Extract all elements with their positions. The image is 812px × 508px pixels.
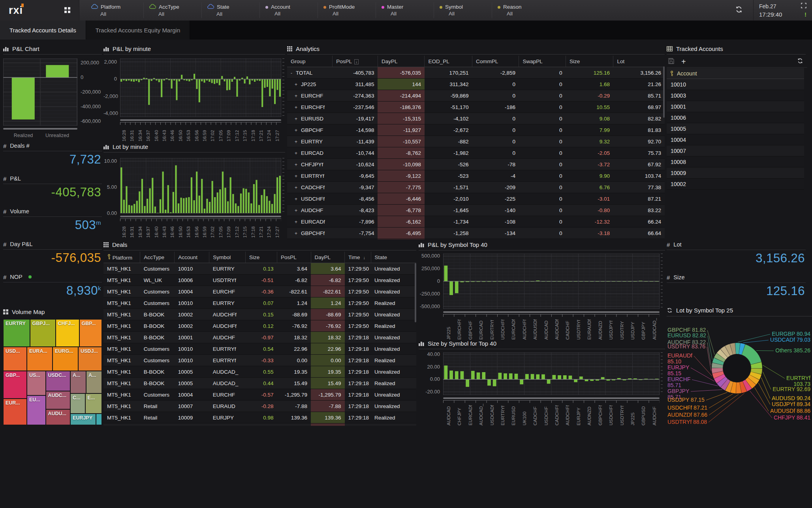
donut-segment-USDCHFf[interactable] [732, 387, 736, 388]
expander-icon[interactable]: + [295, 82, 297, 87]
deals-row[interactable]: MT5_HK1Customers10010EURTRYf-0.330.000.0… [103, 355, 416, 366]
analytics-row[interactable]: +AUDCHFf-7,213-6,430-1,033-11206.4563.35 [287, 239, 665, 240]
treemap-cell-GBP[interactable]: GBP... [79, 319, 102, 347]
deals-column-account[interactable]: Account [175, 252, 209, 263]
deals-row[interactable]: MT5_HK1Customers10010EURTRY0.133.643.641… [103, 263, 416, 275]
donut-segment-AUDNZDf[interactable] [736, 388, 741, 388]
chart-scrollbar[interactable] [120, 119, 281, 121]
donut-segment-AUDUSD[interactable] [754, 373, 756, 377]
account-column-header[interactable]: Account [667, 68, 804, 79]
expander-icon[interactable]: + [295, 185, 297, 190]
deals-row[interactable]: MT5_HK1B-BOOK10005AUDCAD_0.5519.3519.351… [103, 366, 416, 378]
treemap-cell-EURJPY[interactable]: EURJPY [70, 414, 96, 425]
treemap-cell-AUDU[interactable]: AUDU... [46, 409, 71, 425]
analytics-row[interactable]: +EURCADf-7,896-6,162-1,734-1080-12.3266.… [287, 216, 665, 228]
donut-segment-USDCADf[interactable] [740, 348, 743, 349]
deals-column-platform[interactable]: Platform [103, 252, 140, 263]
account-row[interactable]: 10010 [667, 79, 804, 90]
analytics-row[interactable]: +EURCHFf-237,546-186,376-51,170-186010.5… [287, 102, 665, 113]
expander-icon[interactable]: + [295, 139, 297, 145]
deals-row[interactable]: MT5_HK1WL_UK10006USDTRYf-0.51-6.82-6.821… [103, 275, 416, 286]
analytics-row[interactable]: +EURCAD-10,744-8,762-1,98200-2.0575.73 [287, 147, 665, 159]
analytics-row[interactable]: +EURTRY-11,439-10,557-882009.3292.70 [287, 136, 665, 147]
donut-segment-EURTRYf[interactable] [756, 363, 757, 369]
deals-column-pospl[interactable]: PosPL [277, 252, 311, 263]
treemap-cell-E[interactable]: E... [85, 393, 102, 414]
filter-master[interactable]: MasterAll [376, 2, 434, 18]
treemap-cell-A[interactable]: A... [86, 371, 102, 393]
donut-segment-other[interactable] [721, 353, 724, 356]
analytics-column-commpl[interactable]: CommPL [472, 56, 519, 67]
analytics-column-lot[interactable]: Lot [613, 56, 665, 67]
analytics-row[interactable]: +JP225311,485144311,342001.6821.26 [287, 79, 665, 90]
expander-icon[interactable]: + [295, 105, 297, 110]
deals-row[interactable]: MT5_HK1B-BOOK10005AUDCAD_0.4415.4915.491… [103, 378, 416, 389]
filter-profitmode[interactable]: ProfitModeAll [318, 2, 376, 18]
filter-account[interactable]: AccountAll [259, 2, 318, 18]
account-row[interactable]: 10003 [667, 90, 804, 101]
donut-segment-EURAUDf[interactable] [718, 373, 719, 376]
deals-row[interactable]: MT5_HK1Retail10007EURAUD-0.28-7.88-7.881… [103, 401, 416, 412]
treemap-cell-EURTRY[interactable]: EURTRY [3, 319, 30, 347]
donut-segment-USDJPY[interactable] [728, 386, 732, 387]
donut-segment-other[interactable] [724, 351, 727, 353]
account-row[interactable]: 10004 [667, 134, 804, 145]
account-row[interactable]: 10001 [667, 101, 804, 112]
analytics-column-daypl[interactable]: DayPL [378, 56, 425, 67]
deals-row[interactable]: MT5_HK1Customers10010EURTRY0.071.241.241… [103, 297, 416, 309]
fullscreen-icon[interactable] [801, 3, 806, 10]
deals-row[interactable]: MT5_HK1B-BOOK10001AUDCHF-0.9718.3218.321… [103, 332, 416, 343]
expander-icon[interactable]: + [295, 93, 297, 99]
deals-column-acctype[interactable]: AccType [140, 252, 175, 263]
treemap-cell-GBPJ[interactable]: GBPJ... [30, 319, 56, 347]
treemap-cell-AUDC[interactable]: AUDC... [46, 391, 71, 409]
analytics-row[interactable]: +EURTRYf-9,645-9,122-523-409.90103.74 [287, 170, 665, 182]
filter-reason[interactable]: ReasonAll [492, 2, 550, 18]
expander-icon[interactable]: + [295, 231, 297, 236]
expander-icon[interactable]: + [295, 219, 297, 225]
expander-icon[interactable]: + [295, 151, 297, 156]
donut-segment-other[interactable] [731, 348, 735, 349]
tab-tracked-accounts-equity-margin[interactable]: Tracked Accounts Equity Margin [86, 21, 190, 40]
filter-acctype[interactable]: AccTypeAll [143, 2, 201, 18]
deals-row[interactable]: MT5_HK1B-BOOK10002AUDCHFf0.12-76.92-76.9… [103, 320, 416, 332]
save-icon[interactable] [668, 58, 674, 66]
treemap-cell-USD[interactable]: USD... [3, 347, 27, 371]
treemap-cell-EURG[interactable]: EURG... [53, 347, 78, 371]
deals-column-size[interactable]: Size [246, 252, 277, 263]
account-row[interactable]: 10008 [667, 156, 804, 167]
sort-desc-icon[interactable]: ↓ [363, 255, 366, 260]
treemap-cell-A[interactable]: A... [70, 371, 86, 393]
account-row[interactable]: 10009 [667, 167, 804, 179]
analytics-column-eod_pl[interactable]: EOD_PL [425, 56, 472, 67]
donut-segment-AUDUSDf[interactable] [749, 381, 752, 384]
analytics-row[interactable]: +CADCHFf-9,347-7,775-1,571-20906.7677.38 [287, 182, 665, 193]
donut-segment-GBPJPY[interactable] [724, 383, 728, 386]
treemap-cell-EURA[interactable]: EURA... [27, 347, 53, 371]
donut-segment-USDTRYf[interactable] [741, 386, 744, 388]
account-row[interactable]: 10006 [667, 112, 804, 123]
analytics-column-pospl[interactable]: PosPL↓ [333, 56, 378, 67]
treemap-cell-USDC[interactable]: USDC... [46, 371, 71, 391]
donut-segment-USDJPYf[interactable] [752, 377, 754, 381]
treemap-cell-EUR[interactable]: EUR... [3, 399, 27, 425]
deals-column-time[interactable]: Time↓ [345, 252, 371, 263]
analytics-row[interactable]: +EURCHF-274,363-214,494-59,86900-0.2985.… [287, 90, 665, 102]
donut-segment-GBPCHF[interactable] [719, 356, 721, 360]
donut-segment-EURUSD[interactable] [718, 360, 719, 364]
treemap-cell-C[interactable]: C... [70, 393, 85, 414]
expander-icon[interactable]: + [295, 208, 297, 213]
analytics-row[interactable]: +GBPCHF-14,598-11,927-2,672007.9981.83 [287, 124, 665, 136]
apps-grid-icon[interactable] [64, 7, 70, 15]
donut-segment-EURCHF[interactable] [721, 380, 724, 383]
donut-segment-CHFJPY[interactable] [745, 384, 748, 386]
analytics-column-group[interactable]: Group [287, 56, 333, 67]
scrollbar[interactable] [415, 263, 416, 322]
chart-scrollbar[interactable] [443, 311, 660, 313]
expander-icon[interactable]: + [295, 196, 297, 202]
add-account-button[interactable]: + [681, 58, 686, 66]
expander-icon[interactable]: + [295, 128, 297, 133]
filter-platform[interactable]: PlatformAll [86, 2, 143, 18]
donut-segment-other[interactable] [727, 349, 731, 351]
analytics-row[interactable]: +CHFJPYf-10,624-10,098-526-780-3.7267.92 [287, 159, 665, 170]
